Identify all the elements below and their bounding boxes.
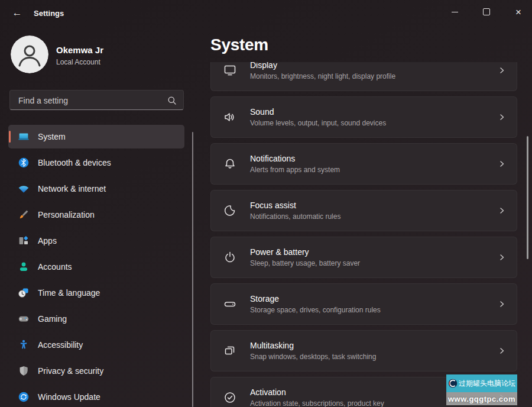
watermark-url-bar: www.gqgtpc.com (446, 392, 517, 405)
card-power-battery[interactable]: Power & battery Sleep, battery usage, ba… (210, 237, 517, 278)
search-box (9, 90, 184, 110)
page-title: System (210, 35, 268, 54)
network-icon (18, 183, 30, 195)
card-title: Display (250, 62, 498, 70)
power-icon (223, 250, 238, 264)
chevron-right-icon (498, 206, 506, 215)
card-title: Sound (250, 107, 498, 117)
sidebar-item-label: System (38, 132, 66, 141)
display-icon (223, 63, 238, 77)
chevron-right-icon (498, 160, 506, 168)
sidebar-item-accounts[interactable]: Accounts (8, 255, 184, 279)
watermark-logo-icon (448, 377, 458, 390)
multitasking-icon (223, 344, 238, 358)
app-title: Settings (34, 9, 64, 18)
card-subtitle: Snap windows, desktops, task switching (250, 353, 498, 361)
window-controls: × (441, 0, 532, 24)
sidebar-item-label: Personalization (38, 210, 95, 219)
sidebar-item-label: Network & internet (38, 184, 106, 193)
watermark-url: www.gqgtpc.com (448, 395, 515, 403)
minimize-button[interactable] (441, 0, 468, 24)
chevron-right-icon (498, 253, 506, 261)
avatar[interactable] (11, 35, 48, 73)
activation-icon (223, 390, 238, 405)
card-subtitle: Notifications, automatic rules (250, 212, 498, 221)
chevron-right-icon (498, 347, 506, 355)
card-subtitle: Monitors, brightness, night light, displ… (250, 72, 498, 80)
watermark-banner: 过期罐头电脑论坛 (446, 374, 517, 392)
card-sound[interactable]: Sound Volume levels, output, input, soun… (210, 96, 517, 138)
search-input[interactable] (17, 91, 167, 111)
time-language-icon (18, 287, 30, 299)
system-icon (18, 131, 30, 143)
personalization-icon (18, 209, 30, 221)
sidebar-item-time-language[interactable]: Time & language (8, 281, 184, 305)
windows-update-icon (18, 391, 30, 403)
storage-icon (223, 297, 238, 311)
card-title: Focus assist (250, 201, 498, 210)
titlebar: ← Settings × (0, 0, 532, 27)
card-title: Multitasking (250, 341, 498, 350)
focus-assist-icon (223, 204, 238, 218)
chevron-right-icon (498, 113, 506, 121)
card-subtitle: Volume levels, output, input, sound devi… (250, 119, 498, 127)
sidebar-nav: System Bluetooth & devices Network & int… (8, 125, 184, 407)
sidebar-item-label: Accounts (38, 262, 72, 272)
sidebar-item-apps[interactable]: Apps (8, 229, 184, 253)
sidebar-item-network-internet[interactable]: Network & internet (8, 177, 184, 201)
card-notifications[interactable]: Notifications Alerts from apps and syste… (210, 143, 517, 185)
user-name: Okemwa Jr (56, 45, 103, 55)
accessibility-icon (18, 339, 30, 351)
main-scrollbar[interactable] (527, 136, 528, 259)
sidebar-item-accessibility[interactable]: Accessibility (8, 333, 184, 357)
sidebar-item-label: Accessibility (38, 340, 83, 350)
sidebar-item-bluetooth-devices[interactable]: Bluetooth & devices (8, 151, 184, 175)
chevron-right-icon (498, 66, 506, 75)
apps-icon (18, 235, 30, 247)
user-account-type: Local Account (56, 58, 100, 66)
search-icon[interactable] (167, 96, 177, 105)
sidebar-item-system[interactable]: System (8, 125, 184, 148)
accounts-icon (18, 261, 30, 273)
sidebar-item-label: Privacy & security (38, 366, 103, 376)
watermark-forum-name: 过期罐头电脑论坛 (459, 379, 515, 389)
maximize-button[interactable] (473, 0, 500, 24)
maximize-icon (483, 8, 490, 15)
close-button[interactable]: × (505, 0, 532, 24)
chevron-right-icon (498, 300, 506, 308)
sidebar-scrollbar[interactable] (192, 132, 193, 407)
watermark: 过期罐头电脑论坛 www.gqgtpc.com (446, 374, 517, 405)
settings-list: Display Monitors, brightness, night ligh… (210, 62, 528, 407)
notifications-icon (223, 157, 238, 171)
card-subtitle: Storage space, drives, configuration rul… (250, 306, 498, 314)
card-title: Notifications (250, 154, 498, 163)
card-subtitle: Sleep, battery usage, battery saver (250, 259, 498, 267)
selection-indicator (9, 131, 11, 143)
card-storage[interactable]: Storage Storage space, drives, configura… (210, 283, 517, 325)
card-focus-assist[interactable]: Focus assist Notifications, automatic ru… (210, 190, 517, 231)
sidebar-item-personalization[interactable]: Personalization (8, 203, 184, 227)
close-icon: × (515, 7, 521, 17)
sidebar-item-privacy-security[interactable]: Privacy & security (8, 359, 184, 383)
sidebar-item-label: Windows Update (38, 392, 100, 402)
card-title: Storage (250, 294, 498, 303)
card-title: Power & battery (250, 247, 498, 257)
sidebar-item-windows-update[interactable]: Windows Update (8, 385, 184, 407)
gaming-icon (18, 313, 30, 325)
bluetooth-icon (18, 157, 30, 169)
back-arrow-icon: ← (12, 7, 22, 18)
sidebar-item-label: Gaming (38, 314, 67, 324)
card-multitasking[interactable]: Multitasking Snap windows, desktops, tas… (210, 330, 517, 372)
sidebar-item-label: Time & language (38, 288, 100, 298)
card-subtitle: Alerts from apps and system (250, 166, 498, 174)
minimize-icon (452, 12, 458, 12)
sidebar-item-label: Bluetooth & devices (38, 158, 111, 167)
back-button[interactable]: ← (8, 4, 27, 22)
sidebar-item-label: Apps (38, 236, 57, 246)
card-display[interactable]: Display Monitors, brightness, night ligh… (210, 62, 517, 91)
sound-icon (223, 110, 238, 124)
sidebar-item-gaming[interactable]: Gaming (8, 307, 184, 331)
privacy-icon (18, 365, 30, 377)
settings-window: ← Settings × Okemwa Jr Local Account (0, 0, 532, 407)
